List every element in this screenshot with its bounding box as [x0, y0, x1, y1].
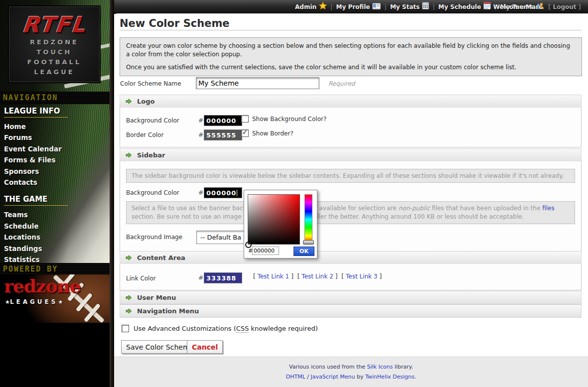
picker-ok-button[interactable]: OK: [294, 247, 314, 256]
sidebar-item-sponsors[interactable]: Sponsors: [4, 166, 106, 177]
sidebar-item-event-calendar[interactable]: Event Calendar: [4, 143, 106, 154]
logo-bg-color-field: # 000000: [198, 115, 242, 126]
topbar-item-my-schedule[interactable]: My Schedule: [439, 2, 491, 11]
redzone-leagues-logo[interactable]: redzone ★LEAGUES★: [0, 274, 110, 323]
section-header-logo[interactable]: Logo: [120, 95, 582, 108]
hue-slider-handle[interactable]: [303, 240, 314, 245]
star-glyph: ★: [5, 299, 10, 305]
test-link-2[interactable]: Test Link 2: [301, 273, 333, 280]
topbar-separator: |: [433, 3, 435, 10]
sidebar-item-teams[interactable]: Teams: [4, 209, 106, 220]
logo-bg-color-input[interactable]: 000000: [204, 115, 242, 126]
saturation-gradient-area[interactable]: [248, 194, 300, 245]
advanced-customizations-checkbox[interactable]: [122, 325, 129, 332]
logo-bg-color-label: Background Color: [126, 117, 179, 124]
intro-paragraph: Once you are satisfied with the current …: [126, 63, 576, 72]
topbar-item-my-profile[interactable]: My Profile: [336, 2, 381, 11]
redzone-wordmark: redzone: [4, 275, 81, 296]
test-link-1[interactable]: Test Link 1: [258, 273, 289, 280]
intro-paragraph: Create your own color scheme by choosing…: [126, 42, 576, 59]
title-divider: [120, 30, 582, 30]
show-background-color-checkbox[interactable]: [241, 115, 249, 123]
sidebar-note-box: The sidebar background color is viewable…: [126, 169, 575, 183]
sidebar-bg-color-input[interactable]: 000000: [204, 187, 242, 198]
intro-help-box: Create your own color scheme by choosing…: [120, 37, 582, 76]
navigation-banner: NAVIGATION: [0, 92, 110, 104]
test-link-3[interactable]: Test Link 3: [346, 273, 377, 280]
section-box-logo: Background Color # 000000 Show Backgroun…: [120, 108, 582, 147]
section-header-sidebar[interactable]: Sidebar: [120, 148, 582, 162]
sidebar-nav: LEAGUE INFO Home Forums Event Calendar F…: [4, 104, 106, 265]
sidebar: RTFL REDZONE TOUCH FOOTBALL LEAGUE NAVIG…: [0, 0, 110, 387]
league-logo-line: REDZONE: [9, 37, 99, 47]
section-header-user-menu[interactable]: User Menu: [120, 291, 582, 304]
main-content: New Color Scheme Create your own color s…: [114, 13, 588, 387]
topbar-separator: |: [384, 3, 386, 10]
logout-button[interactable]: [ Logout ]: [548, 3, 581, 10]
sidebar-edge-strip: [110, 0, 114, 387]
green-arrow-icon: [126, 152, 132, 158]
page-title: New Color Scheme: [120, 17, 230, 29]
text-caret: [237, 190, 237, 196]
nav-section-the-game: THE GAME: [4, 195, 68, 206]
test-links: [Test Link 1] [Test Link 2] [Test Link 3…: [252, 273, 383, 280]
non-public-emphasis: non-public: [399, 205, 430, 212]
dhtml-link[interactable]: DHTML: [286, 374, 305, 380]
files-link[interactable]: files: [542, 205, 555, 212]
logo-border-color-input[interactable]: 555555: [204, 129, 242, 140]
hue-slider[interactable]: [304, 194, 312, 245]
silk-icons-link[interactable]: Silk Icons: [367, 364, 393, 370]
sidebar-item-locations[interactable]: Locations: [4, 232, 106, 243]
redzone-leagues-label: ★LEAGUES★: [5, 298, 63, 305]
section-header-content-area[interactable]: Content Area: [120, 251, 582, 264]
topbar-item-my-stats[interactable]: My Stats: [390, 2, 429, 11]
link-color-input[interactable]: 333388: [204, 272, 242, 283]
topbar-item-admin[interactable]: Admin: [295, 2, 327, 11]
advanced-customizations-row: Use Advanced Customizations (CSS knowled…: [122, 325, 318, 332]
vcard-icon: [372, 2, 381, 11]
sidebar-bg-color-label: Background Color: [126, 189, 179, 196]
link-color-label: Link Color: [126, 275, 156, 282]
picker-hex-input[interactable]: [252, 247, 279, 255]
css-abbr: CSS: [236, 325, 249, 333]
twinhelix-designs-link[interactable]: TwinHelix Designs: [365, 374, 415, 380]
logo-border-show-row: Show Border?: [241, 129, 294, 137]
calendar-icon: [483, 2, 491, 11]
scheme-name-input[interactable]: [196, 77, 319, 89]
background-image-label: Background Image: [126, 234, 182, 241]
javascript-menu-link[interactable]: JavaScript Menu: [311, 374, 355, 380]
league-logo-abbr: RTFL: [8, 12, 100, 37]
footer-credits-menu: DHTML / JavaScript Menu by TwinHelix Des…: [114, 374, 588, 380]
league-logo-line: TOUCH: [9, 47, 99, 57]
welcome-text: Welcome Marc: [493, 3, 542, 10]
scheme-name-row: Color Scheme Name Required: [120, 77, 582, 90]
logo-border-color-field: # 555555: [198, 129, 242, 140]
cancel-button[interactable]: Cancel: [187, 340, 223, 354]
show-border-checkbox[interactable]: [241, 129, 249, 137]
app-window: RTFL REDZONE TOUCH FOOTBALL LEAGUE NAVIG…: [0, 0, 588, 387]
nav-section-league-info: LEAGUE INFO: [4, 107, 68, 118]
logo-border-color-label: Border Color: [126, 131, 163, 138]
sidebar-item-contacts[interactable]: Contacts: [4, 177, 106, 188]
navigation-banner-text: NAVIGATION: [3, 92, 58, 104]
sidebar-item-forums[interactable]: Forums: [4, 132, 106, 143]
sidebar-bg-color-field: # 000000: [198, 187, 242, 198]
link-color-field: # 333388: [198, 272, 242, 283]
sidebar-item-standings[interactable]: Standings: [4, 243, 106, 254]
logo-bg-show-row: Show Background Color?: [241, 115, 326, 123]
star-glyph: ★: [58, 299, 63, 305]
sidebar-item-forms-files[interactable]: Forms & Files: [4, 154, 106, 165]
banner-image-note-box: Select a file to use as the banner backg…: [126, 201, 575, 224]
section-header-navigation-menu[interactable]: Navigation Menu: [120, 304, 582, 318]
sidebar-item-schedule[interactable]: Schedule: [4, 221, 106, 232]
sidebar-bottom-fill: [0, 323, 110, 387]
topbar-user-area: Welcome Marc [ Logout ]: [493, 0, 581, 13]
section-box-sidebar: The sidebar background color is viewable…: [120, 161, 582, 252]
green-arrow-icon: [126, 294, 132, 301]
league-logo[interactable]: RTFL REDZONE TOUCH FOOTBALL LEAGUE: [9, 6, 100, 82]
green-arrow-icon: [126, 308, 132, 314]
calculator-icon: [422, 2, 429, 11]
green-arrow-icon: [126, 255, 132, 261]
sidebar-item-home[interactable]: Home: [4, 121, 106, 132]
powered-by-text: POWERED BY: [3, 263, 58, 275]
